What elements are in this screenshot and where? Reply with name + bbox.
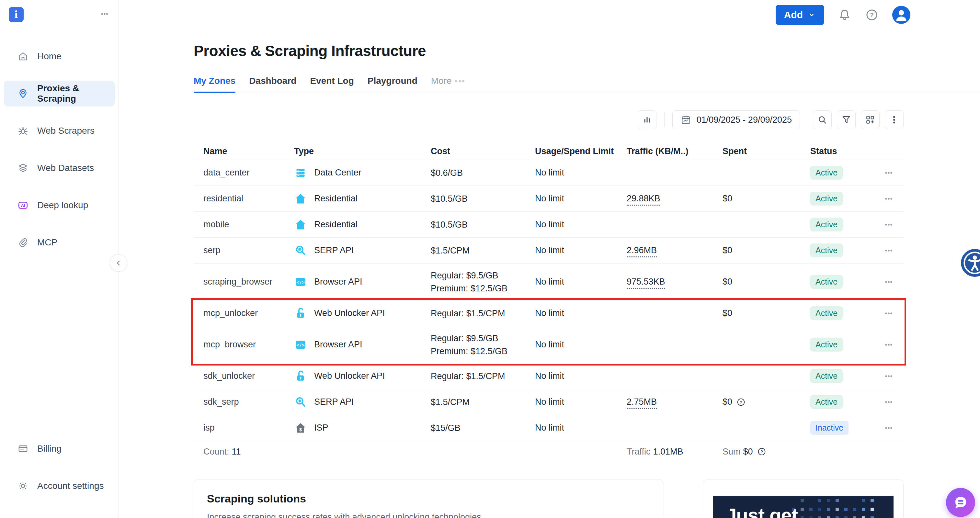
tab-bar: My ZonesDashboardEvent LogPlaygroundMore [194,76,980,93]
accessibility-widget-button[interactable] [961,249,980,277]
add-button[interactable]: Add [776,5,824,25]
table-row-mcp_unlocker[interactable]: mcp_unlockerWeb Unlocker APIRegular: $1.… [194,300,904,326]
zone-actions [874,308,904,319]
serp-icon [294,244,307,257]
zone-type-label: Browser API [314,340,363,350]
row-menu-button[interactable] [883,168,894,178]
table-toolbar: 01/09/2025 - 29/09/2025 [194,110,904,129]
zone-type-label: Residential [314,194,358,203]
table-menu-button[interactable] [885,110,904,129]
row-menu-button[interactable] [883,308,894,319]
row-menu-button[interactable] [883,219,894,230]
zone-cost: Regular: $9.5/GBPremium: $12.5/GB [431,332,535,358]
table-row-isp[interactable]: ispISP$15/GBNo limitInactive [194,415,904,441]
sidebar-item-mcp[interactable]: MCP [4,230,115,256]
row-menu-button[interactable] [883,194,894,204]
zone-type-label: SERP API [314,397,354,407]
dots-h-icon [883,371,894,381]
funnel-icon [841,114,852,125]
sidebar-item-deep-lookup[interactable]: Deep lookup [4,192,115,218]
page-title: Proxies & Scraping Infrastructure [194,42,904,60]
column-header-name: Name [194,146,294,156]
sidebar-menu-button[interactable] [100,9,110,19]
tab-playground[interactable]: Playground [368,76,417,92]
zone-type: Residential [294,218,431,231]
sidebar-item-billing[interactable]: Billing [4,436,115,462]
scraping-solutions-title: Scraping solutions [207,493,651,505]
sidebar-item-label: Proxies & Scraping [37,83,115,104]
row-menu-button[interactable] [883,371,894,381]
dots-h-icon [883,194,894,204]
avatar[interactable] [892,6,910,24]
help-circle-icon[interactable] [757,447,767,456]
sidebar-item-label: Home [37,51,62,62]
zone-cost: Regular: $1.5/CPM [431,307,535,320]
bell-icon [838,8,851,22]
sidebar: i HomeProxies & ScrapingWeb ScrapersWeb … [0,0,119,518]
topbar: Add [119,0,980,30]
zone-cost: $10.5/GB [431,192,535,205]
table-row-mobile[interactable]: mobileResidential$10.5/GBNo limitActive [194,212,904,238]
help-button[interactable] [865,8,879,22]
zone-limit: No limit [535,423,627,433]
table-row-sdk_serp[interactable]: sdk_serpSERP API$1.5/CPMNo limit2.75MB$0… [194,389,904,415]
row-menu-button[interactable] [883,423,894,433]
credit-card-icon [18,443,29,454]
table-row-serp[interactable]: serpSERP API$1.5/CPMNo limit2.96MB$0Acti… [194,238,904,264]
row-menu-button[interactable] [883,245,894,256]
zone-actions [874,397,904,407]
dots-h-icon [883,397,894,407]
promo-card[interactable]: Just get [703,479,904,518]
date-range-button[interactable]: 01/09/2025 - 29/09/2025 [672,110,800,129]
search-button[interactable] [813,110,832,129]
tab-my-zones[interactable]: My Zones [194,76,235,92]
tab-dashboard[interactable]: Dashboard [249,76,296,92]
sidebar-item-proxies-scraping[interactable]: Proxies & Scraping [4,81,115,106]
row-menu-button[interactable] [883,397,894,407]
sidebar-item-web-datasets[interactable]: Web Datasets [4,155,115,181]
zone-name: scraping_browser [194,277,294,287]
traffic-value[interactable]: 2.75MB [627,397,657,409]
table-row-data_center[interactable]: data_centerData Center$0.6/GBNo limitAct… [194,160,904,186]
table-row-sdk_unlocker[interactable]: sdk_unlockerWeb Unlocker APIRegular: $1.… [194,363,904,389]
chart-view-button[interactable] [638,110,657,129]
table-row-mcp_browser[interactable]: mcp_browserBrowser APIRegular: $9.5/GBPr… [194,326,904,363]
zone-type: Residential [294,192,431,205]
code-icon [294,338,307,351]
table-row-residential[interactable]: residentialResidential$10.5/GBNo limit29… [194,186,904,212]
row-menu-button[interactable] [883,340,894,350]
chat-widget-button[interactable] [946,488,975,517]
zone-limit: No limit [535,277,627,287]
zone-type: Web Unlocker API [294,370,431,383]
sidebar-item-label: Deep lookup [37,200,88,210]
sidebar-item-web-scrapers[interactable]: Web Scrapers [4,118,115,144]
zone-cost: $1.5/CPM [431,244,535,257]
zone-limit: No limit [535,397,627,407]
dot-pattern [792,499,889,518]
app-logo[interactable]: i [9,7,24,22]
row-menu-button[interactable] [883,277,894,287]
serp-icon [294,396,307,408]
column-header-spent: Spent [722,146,810,156]
sidebar-collapse-button[interactable] [110,254,127,272]
zone-actions [874,219,904,230]
traffic-value[interactable]: 29.88KB [627,194,660,206]
columns-button[interactable] [861,110,880,129]
tab-more[interactable]: More [431,76,465,92]
sidebar-item-account-settings[interactable]: Account settings [4,473,115,499]
tab-event-log[interactable]: Event Log [310,76,354,92]
zone-name: mcp_browser [194,340,294,350]
column-header-traffic-kb-m: Traffic (KB/M..) [627,146,722,156]
notifications-button[interactable] [838,8,851,22]
zones-table: NameTypeCostUsage/Spend LimitTraffic (KB… [194,143,904,462]
filter-button[interactable] [837,110,856,129]
traffic-value[interactable]: 2.96MB [627,245,657,257]
traffic-value[interactable]: 975.53KB [627,277,665,289]
zone-cost: $0.6/GB [431,167,535,180]
zone-type-label: Residential [314,219,358,230]
sidebar-item-label: Web Scrapers [37,126,95,136]
column-header-type: Type [294,146,431,156]
status-badge: Inactive [810,421,848,435]
sidebar-item-home[interactable]: Home [4,43,115,69]
table-row-scraping_browser[interactable]: scraping_browserBrowser APIRegular: $9.5… [194,264,904,300]
